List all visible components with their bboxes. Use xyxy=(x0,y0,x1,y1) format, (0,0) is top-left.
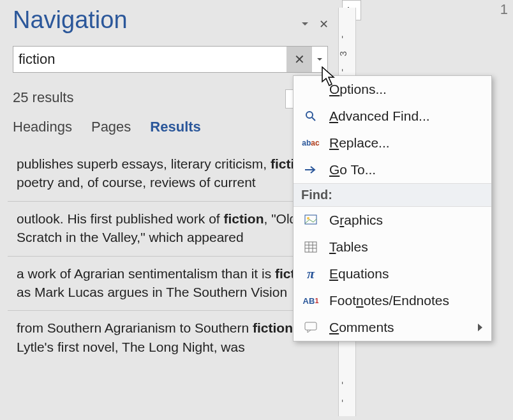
ruler-tick: - xyxy=(337,69,347,72)
menu-label: Advanced Find... xyxy=(329,109,430,124)
ruler-tick: - xyxy=(337,36,347,39)
ruler-tick: - xyxy=(337,400,347,403)
arrow-right-icon xyxy=(302,163,319,177)
ruler-tick: - xyxy=(337,382,347,385)
result-pre: from Southern Agrarianism to Southern xyxy=(17,320,253,335)
menu-label: Go To... xyxy=(329,162,376,177)
result-pre: outlook. His first published work of xyxy=(17,211,223,226)
menu-comments[interactable]: Comments xyxy=(294,314,491,341)
result-pre: publishes superb essays, literary critic… xyxy=(17,156,271,171)
table-icon xyxy=(302,240,319,254)
search-result[interactable]: a work of Agrarian sentimentalism than i… xyxy=(8,257,330,311)
menu-advanced-find[interactable]: Advanced Find... xyxy=(294,103,491,130)
svg-point-0 xyxy=(306,112,313,118)
menu-find-heading: Find: xyxy=(294,183,491,207)
nav-tabs: Headings Pages Results xyxy=(13,119,201,135)
result-count: 25 results xyxy=(13,89,73,106)
tab-results[interactable]: Results xyxy=(150,119,200,135)
close-pane-button[interactable]: ✕ xyxy=(319,17,329,31)
svg-line-1 xyxy=(312,117,315,121)
search-box[interactable]: ✕ xyxy=(13,46,328,73)
svg-marker-11 xyxy=(322,67,334,86)
svg-rect-3 xyxy=(305,215,316,224)
menu-label: Replace... xyxy=(329,135,390,151)
nav-header: Navigation ✕ xyxy=(0,0,335,41)
ruler-mark: 3 xyxy=(338,51,348,56)
mouse-cursor xyxy=(322,66,338,87)
svg-rect-10 xyxy=(305,322,316,330)
search-options-menu: Options... Advanced Find... abac Replace… xyxy=(293,75,492,341)
chevron-down-icon xyxy=(317,58,322,61)
svg-rect-5 xyxy=(305,242,316,252)
results-list: publishes superb essays, literary critic… xyxy=(8,147,330,365)
replace-icon: abac xyxy=(302,136,319,150)
menu-label: Footnotes/Endnotes xyxy=(329,293,449,308)
menu-graphics[interactable]: Graphics xyxy=(294,207,491,234)
comment-icon xyxy=(302,320,319,334)
search-input[interactable] xyxy=(13,49,286,70)
search-icon xyxy=(302,109,319,123)
page-indicator: 1 xyxy=(500,1,508,18)
menu-label: Graphics xyxy=(329,213,383,228)
graphics-icon xyxy=(302,213,319,227)
menu-replace[interactable]: abac Replace... xyxy=(294,130,491,156)
menu-label: Tables xyxy=(329,239,368,255)
result-pre: a work of Agrarian sentimentalism than i… xyxy=(17,266,275,281)
clear-search-button[interactable]: ✕ xyxy=(286,47,312,72)
tab-headings[interactable]: Headings xyxy=(13,119,72,135)
result-hit: fiction xyxy=(253,320,293,335)
equation-icon: π xyxy=(302,267,319,281)
footnote-icon: AB1 xyxy=(302,294,319,308)
result-hit: fiction xyxy=(223,211,264,226)
search-result[interactable]: from Southern Agrarianism to Southern fi… xyxy=(8,311,330,365)
svg-point-4 xyxy=(307,217,309,220)
nav-title: Navigation xyxy=(13,6,128,34)
menu-equations[interactable]: π Equations xyxy=(294,260,491,287)
menu-goto[interactable]: Go To... xyxy=(294,156,491,183)
chevron-right-icon xyxy=(478,324,482,331)
search-options-dropdown[interactable] xyxy=(312,58,327,61)
menu-label: Comments xyxy=(329,320,394,335)
menu-label: Equations xyxy=(329,266,389,281)
navigation-pane: Navigation ✕ ✕ 25 results Headings Pages… xyxy=(0,0,335,420)
menu-tables[interactable]: Tables xyxy=(294,234,491,260)
search-result[interactable]: outlook. His first published work of fic… xyxy=(8,202,330,257)
menu-footnotes[interactable]: AB1 Footnotes/Endnotes xyxy=(294,287,491,314)
tab-pages[interactable]: Pages xyxy=(91,119,131,135)
pane-options-caret[interactable] xyxy=(302,22,308,26)
search-result[interactable]: publishes superb essays, literary critic… xyxy=(8,147,330,202)
blank-icon xyxy=(302,82,319,96)
